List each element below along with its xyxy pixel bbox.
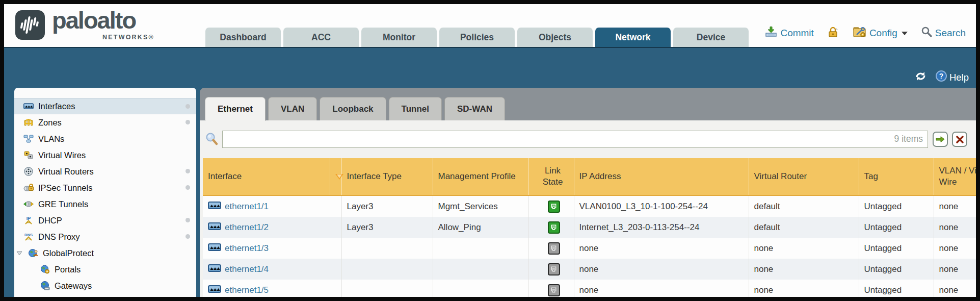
sidebar-item-label: Interfaces	[38, 102, 75, 111]
paloalto-logo-icon	[15, 10, 45, 40]
commit-button[interactable]: Commit	[764, 26, 813, 41]
page-background: paloalto NETWORKS® Dashboard ACC Monitor…	[4, 4, 976, 297]
sidebar-item-globalprotect[interactable]: GlobalProtect	[14, 245, 196, 261]
col-header-ip-address[interactable]: IP Address	[574, 158, 749, 195]
ipsec-tunnel-icon	[23, 184, 34, 192]
sidebar-item-virtual-wires[interactable]: Virtual Wires	[14, 147, 196, 163]
apply-filter-button[interactable]	[933, 132, 948, 147]
table-row[interactable]: ethernet1/3 none none Untagged none	[203, 238, 976, 259]
interface-link[interactable]: ethernet1/2	[208, 222, 269, 233]
item-count: 9 items	[894, 134, 923, 144]
cell-management-profile	[433, 280, 528, 297]
sidebar-item-vlans[interactable]: VLANs	[14, 131, 196, 147]
col-header-link-state[interactable]: Link State	[528, 158, 574, 195]
filter-search-icon	[205, 132, 219, 148]
sidebar-item-ipsec-tunnels[interactable]: IPSec Tunnels	[14, 180, 196, 196]
clear-filter-button[interactable]	[952, 132, 967, 147]
tab-monitor[interactable]: Monitor	[361, 28, 437, 47]
chevron-down-icon	[902, 32, 908, 35]
col-header-virtual-router[interactable]: Virtual Router	[749, 158, 859, 195]
main-nav-tabs: Dashboard ACC Monitor Policies Objects N…	[205, 28, 749, 47]
lock-icon[interactable]	[827, 26, 839, 41]
search-icon	[921, 26, 933, 40]
globalprotect-icon	[28, 248, 38, 258]
sidebar-item-zones[interactable]: Zones	[14, 114, 196, 131]
table-row[interactable]: ethernet1/5 none none Untagged none	[203, 280, 976, 297]
ethernet-port-icon	[208, 222, 221, 233]
tab-ethernet[interactable]: Ethernet	[205, 97, 266, 121]
sidebar-item-label: DHCP	[38, 216, 62, 225]
tab-network[interactable]: Network	[595, 28, 671, 47]
tab-tunnel[interactable]: Tunnel	[389, 97, 442, 120]
sidebar-item-virtual-routers[interactable]: Virtual Routers	[14, 163, 196, 180]
sidebar-item-gre-tunnels[interactable]: GRE Tunnels	[14, 196, 196, 212]
cell-virtual-router: default	[749, 217, 859, 238]
tab-sdwan[interactable]: SD-WAN	[444, 97, 505, 120]
tab-dashboard[interactable]: Dashboard	[205, 28, 281, 47]
sort-menu-button[interactable]	[330, 158, 341, 195]
cell-ip-address: none	[574, 238, 749, 259]
tab-vlan[interactable]: VLAN	[268, 97, 317, 120]
cell-vlan: none	[934, 259, 976, 280]
tab-loopback[interactable]: Loopback	[320, 97, 386, 120]
filter-input[interactable]	[222, 131, 928, 148]
cell-vlan: none	[934, 280, 976, 297]
cell-ip-address: Internet_L3_203-0-113-254--24	[574, 217, 749, 238]
interface-link[interactable]: ethernet1/1	[208, 202, 269, 212]
sidebar-item-label: VLANs	[38, 134, 64, 144]
col-header-interface-type[interactable]: Interface Type	[341, 158, 433, 195]
interface-link[interactable]: ethernet1/5	[208, 285, 269, 295]
cell-interface-type	[341, 280, 433, 297]
item-dot	[186, 169, 190, 173]
col-header-management-profile[interactable]: Management Profile	[433, 158, 528, 195]
cell-tag: Untagged	[859, 259, 934, 280]
col-header-tag[interactable]: Tag	[859, 158, 934, 195]
gre-tunnel-icon	[23, 200, 34, 208]
cell-interface-type	[341, 238, 433, 259]
help-button[interactable]: ? Help	[935, 70, 969, 85]
sidebar-item-portals[interactable]: Portals	[14, 261, 196, 278]
collapse-triangle-icon[interactable]	[15, 251, 23, 256]
tab-device[interactable]: Device	[673, 28, 749, 47]
tab-policies[interactable]: Policies	[439, 28, 515, 47]
tab-acc[interactable]: ACC	[283, 28, 359, 47]
virtual-wire-icon	[23, 151, 34, 159]
item-dot	[186, 218, 190, 222]
subheader-actions: ? Help	[914, 70, 969, 85]
col-header-vlan-virtual-wire[interactable]: VLAN / Virtual Wire	[934, 158, 976, 195]
sidebar-item-label: GRE Tunnels	[38, 199, 88, 209]
tab-objects[interactable]: Objects	[517, 28, 593, 47]
config-icon	[853, 26, 867, 41]
ethernet-port-icon	[23, 103, 34, 110]
link-state-down-icon	[548, 263, 560, 275]
cell-management-profile: Mgmt_Services	[433, 195, 528, 217]
col-header-interface[interactable]: Interface	[203, 158, 330, 195]
sidebar-item-dhcp[interactable]: IP DHCP	[14, 212, 196, 229]
item-dot	[186, 185, 190, 190]
cell-tag: Untagged	[859, 280, 934, 297]
interface-link[interactable]: ethernet1/4	[208, 264, 269, 274]
ethernet-port-icon	[208, 202, 221, 212]
table-row[interactable]: ethernet1/4 none none Untagged none	[203, 259, 976, 280]
refresh-icon[interactable]	[914, 70, 927, 85]
cell-ip-address: none	[574, 259, 749, 280]
sidebar-item-label: Gateways	[55, 281, 92, 291]
search-button[interactable]: Search	[921, 26, 966, 40]
network-content: Ethernet VLAN Loopback Tunnel SD-WAN 9 i…	[200, 88, 976, 297]
sidebar-item-gateways[interactable]: Gateways	[14, 278, 196, 294]
table-row[interactable]: ethernet1/1 Layer3 Mgmt_Services VLAN010…	[203, 195, 976, 217]
cell-virtual-router: none	[749, 259, 859, 280]
table-row[interactable]: ethernet1/2 Layer3 Allow_Ping Internet_L…	[203, 217, 976, 238]
sidebar-item-label: Portals	[55, 265, 81, 274]
link-state-up-icon	[548, 221, 560, 234]
sidebar-item-dns-proxy[interactable]: DNS DNS Proxy	[14, 229, 196, 245]
dhcp-icon: IP	[23, 216, 34, 225]
config-menu-button[interactable]: Config	[853, 26, 908, 41]
interface-link[interactable]: ethernet1/3	[208, 243, 269, 254]
cell-virtual-router: none	[749, 280, 859, 297]
sidebar-item-interfaces[interactable]: Interfaces	[14, 98, 196, 114]
link-state-down-icon	[548, 284, 560, 296]
cell-interface-type	[341, 259, 433, 280]
cell-virtual-router: none	[749, 238, 859, 259]
sidebar-item-label: Virtual Wires	[38, 150, 86, 160]
